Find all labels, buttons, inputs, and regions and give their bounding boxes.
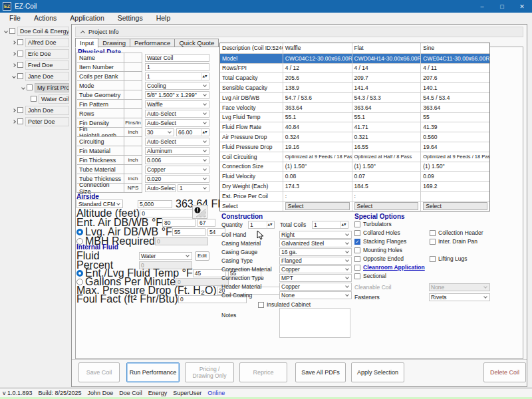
tree-label[interactable]: Water Coil (39, 94, 69, 104)
fluid-temp-radio[interactable] (76, 270, 83, 277)
delete-coil-button[interactable]: Delete Coil (483, 362, 526, 382)
tree-item-water-coil[interactable]: Water Coil (1, 93, 69, 104)
tree-checkbox[interactable] (17, 62, 23, 68)
menu-file[interactable]: File (3, 13, 27, 23)
coil-coating-select[interactable]: None (279, 291, 352, 299)
tube-thickness-select[interactable]: 0.020 (145, 175, 209, 183)
tree-label[interactable]: Peter Doe (25, 117, 69, 126)
tree-item-peter[interactable]: Peter Doe (1, 116, 69, 127)
cleanroom-checkbox[interactable] (354, 265, 360, 271)
save-all-pdfs-button[interactable]: Save All PDFs (295, 362, 346, 382)
tree-item-company[interactable]: Doe Coil & Energy (1, 25, 69, 37)
spinner-buttons[interactable]: ▲▼ (267, 221, 273, 229)
tube-material-select[interactable]: Copper (145, 166, 209, 174)
fin-height-select[interactable]: 30 (145, 128, 174, 136)
tree-checkbox[interactable] (27, 84, 33, 90)
tree-label-selected[interactable]: My First Project (35, 83, 69, 92)
apply-selection-button[interactable]: Apply Selection (351, 362, 404, 382)
tab-input[interactable]: Input (75, 38, 98, 48)
tree-item-fred[interactable]: Fred Doe (1, 59, 69, 70)
chevron-right-icon[interactable] (11, 53, 17, 55)
table-row[interactable]: Lvg Fluid Temp 55.1 55.1 55 (220, 112, 489, 122)
maximize-button[interactable]: □ (492, 0, 512, 13)
turbulators-checkbox[interactable] (354, 221, 360, 227)
save-coil-button[interactable]: Save Coil (78, 362, 120, 382)
connection-qty-select[interactable]: 1 (178, 184, 209, 192)
table-row[interactable]: Fluid Flow Rate 40.84 41.71 41.39 (220, 122, 489, 132)
collared-holes-checkbox[interactable] (354, 230, 360, 236)
connection-size-select[interactable]: Auto-Selec (145, 184, 176, 192)
quantity-stepper[interactable]: 1▲▼ (248, 221, 275, 229)
table-row[interactable]: Connection Size (1) 1.50" (1) 1.50" (1) … (220, 162, 489, 172)
casing-type-select[interactable]: Flanged (279, 257, 352, 265)
table-row[interactable]: Air Pressure Drop 0.324 0.321 0.560 (220, 132, 489, 142)
fin-density-select[interactable]: Auto-Select (145, 119, 209, 127)
tree-item-jane[interactable]: Jane Doe (1, 70, 69, 82)
mounting-holes-checkbox[interactable] (354, 247, 360, 253)
connection-material-select[interactable]: Copper (279, 265, 352, 273)
close-button[interactable]: ✕ (512, 0, 532, 13)
casing-gauge-select[interactable]: 16 ga. (279, 248, 352, 256)
collection-header-checkbox[interactable] (430, 230, 436, 236)
tree-label[interactable]: Doe Coil & Energy (17, 27, 69, 36)
coils-per-bank-stepper[interactable]: 1▲▼ (145, 72, 209, 80)
header-material-select[interactable]: Copper (279, 283, 352, 291)
tree-checkbox[interactable] (9, 28, 15, 34)
tree-item-eric[interactable]: Eric Doe (1, 48, 69, 59)
chevron-right-icon[interactable] (11, 109, 17, 112)
tree-checkbox[interactable] (17, 39, 23, 45)
tree-checkbox[interactable] (31, 96, 37, 102)
tab-drawing[interactable]: Drawing (98, 39, 130, 47)
select-button[interactable]: Select (285, 202, 350, 210)
tree-item-my-first-project[interactable]: My First Project (1, 82, 69, 93)
opposite-ended-checkbox[interactable] (354, 256, 360, 262)
fin-pattern-select[interactable]: Waffle (145, 100, 209, 108)
tree-label[interactable]: Eric Doe (25, 49, 69, 59)
tree-label[interactable]: Alfred Doe (25, 38, 69, 47)
table-row[interactable]: Rows/FPI 4 / 12 4 / 14 4 / 11 (220, 63, 489, 73)
tube-geometry-select[interactable]: 5/8" 1.500" x 1.299" (145, 91, 209, 99)
lifting-lugs-checkbox[interactable] (430, 256, 436, 262)
lvg-air-radio[interactable] (76, 229, 83, 235)
fin-thickness-select[interactable]: 0.006 (145, 156, 209, 164)
connection-type-select[interactable]: MPT (279, 274, 352, 282)
notes-textarea[interactable] (279, 308, 350, 338)
tree-label[interactable]: John Doe (25, 106, 69, 115)
spinner-buttons[interactable]: ▲▼ (201, 128, 207, 136)
reprice-button[interactable]: Reprice (239, 362, 287, 382)
coil-hand-select[interactable]: Right (279, 231, 352, 239)
menu-help[interactable]: Help (150, 13, 178, 23)
casing-material-select[interactable]: Galvanized Steel (279, 239, 352, 247)
item-number-input[interactable]: 1 (145, 63, 209, 71)
chevron-right-icon[interactable] (11, 120, 17, 123)
fluid-select[interactable]: Water (139, 252, 192, 260)
minimize-button[interactable]: – (472, 0, 492, 13)
menu-settings[interactable]: Settings (111, 13, 150, 23)
table-row[interactable]: Dry Weight (Each) 174.3 184.5 169.2 (220, 181, 489, 191)
tree-item-alfred[interactable]: Alfred Doe (1, 37, 69, 48)
chevron-right-icon[interactable] (11, 64, 17, 66)
tree-label[interactable]: Fred Doe (25, 61, 69, 70)
tree-checkbox[interactable] (17, 118, 23, 124)
project-info-bar[interactable]: Project Info (75, 27, 523, 37)
table-row[interactable]: Face Velocity 363.64 363.64 363.64 (220, 102, 489, 112)
select-button[interactable]: Select (423, 202, 487, 210)
pricing-drawing-only-button[interactable]: Pricing / Drawing Only (185, 362, 234, 382)
tree-checkbox[interactable] (17, 73, 23, 79)
chevron-down-icon[interactable] (11, 75, 17, 78)
sectional-checkbox[interactable] (354, 273, 360, 279)
select-button[interactable]: Select (354, 202, 419, 210)
fasteners-select[interactable]: Rivets (429, 293, 490, 301)
ent-wb-input[interactable]: 67 (198, 219, 215, 227)
table-row[interactable]: Sensible Capacity 138.9 141.4 140.1 (220, 82, 489, 92)
lvg-db-input[interactable]: 55 (172, 228, 205, 236)
table-row-model[interactable]: Model CWC04C12-30.00x66.00R CWD04H14-30.… (220, 53, 489, 63)
cfm-input[interactable]: 5,000 (138, 200, 172, 208)
spinner-buttons[interactable]: ▲▼ (201, 72, 207, 80)
tree-item-john[interactable]: John Doe (1, 104, 69, 116)
tab-quick-quote[interactable]: Quick Quote (174, 39, 219, 47)
fin-length-stepper[interactable]: 66.00▲▼ (176, 128, 209, 136)
mode-select[interactable]: Cooling (145, 82, 209, 90)
chevron-down-icon[interactable] (20, 86, 27, 89)
chevron-down-icon[interactable] (3, 30, 9, 33)
